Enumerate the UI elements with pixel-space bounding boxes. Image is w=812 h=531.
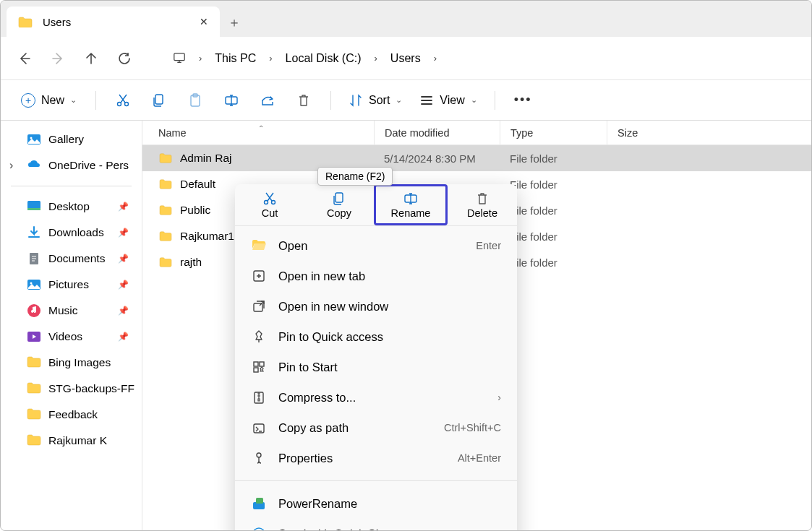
folder-icon [18,16,33,27]
menu-item-copy-path[interactable]: Copy as pathCtrl+Shift+C [235,413,517,443]
menu-item-pin-start[interactable]: Pin to Start [235,352,517,382]
powerrename-icon [251,496,267,511]
context-rename-button[interactable]: Rename [374,184,448,225]
folder-icon [27,407,41,422]
folder-icon [27,355,41,370]
sidebar-item[interactable]: OneDrive - Pers [1,152,142,178]
documents-icon [27,251,41,266]
sidebar: GalleryOneDrive - PersDesktop📌Downloads📌… [1,121,142,530]
address-bar[interactable]: › This PC › Local Disk (C:) › Users › [171,48,441,69]
up-button[interactable] [76,43,106,74]
rename-button[interactable] [216,85,247,116]
pin-icon: 📌 [118,202,129,212]
pin-icon: 📌 [118,254,129,264]
chevron-icon[interactable]: › [429,53,441,64]
copy-button[interactable] [144,85,174,116]
sidebar-item[interactable]: STG-backups-FF [1,376,142,402]
breadcrumb-segment[interactable]: This PC [209,48,262,69]
sidebar-item[interactable]: Feedback [1,402,142,428]
paste-button[interactable] [180,85,210,116]
delete-button[interactable] [289,85,319,116]
plus-icon: + [21,93,35,108]
chevron-icon[interactable]: › [370,53,382,64]
folder-icon [158,256,173,268]
chevron-down-icon: ⌄ [396,95,402,105]
sidebar-item[interactable]: Bing Images [1,350,142,376]
folder-icon [158,178,173,190]
menu-item-folder-open[interactable]: OpenEnter [235,230,517,261]
music-icon [27,303,41,318]
context-menu: CutCopyRenameDelete OpenEnterOpen in new… [235,184,517,531]
videos-icon [27,329,41,344]
context-copy-button[interactable]: Copy [304,184,374,225]
folder-icon [158,230,173,242]
context-cut-button[interactable]: Cut [235,184,304,225]
menu-item-compress[interactable]: Compress to...› [235,382,517,413]
sidebar-item[interactable]: Gallery [1,126,142,152]
sidebar-item[interactable]: Desktop📌 [1,194,142,220]
close-tab-button[interactable]: ✕ [200,16,208,27]
column-date[interactable]: Date modified [374,121,500,144]
menu-item-quickshare[interactable]: Send with Quick Share [235,519,517,531]
this-pc-icon [171,52,187,65]
toolbar: + New ⌄ Sort ⌄ View ⌄ ••• [1,80,811,121]
sidebar-item[interactable]: Rajkumar K [1,428,142,454]
desktop-icon [27,199,41,214]
gallery-icon [27,132,41,147]
onedrive-icon [27,158,41,173]
new-button[interactable]: + New ⌄ [14,89,84,112]
menu-item-properties[interactable]: PropertiesAlt+Enter [235,443,517,473]
new-tab-button[interactable]: ＋ [220,8,249,37]
file-row[interactable]: Admin Raj5/14/2024 8:30 PMFile folder [142,145,811,171]
tab-title: Users [43,16,200,28]
navbar: › This PC › Local Disk (C:) › Users › [1,37,811,80]
folder-icon [27,381,41,396]
quickshare-icon [251,526,267,531]
chevron-icon[interactable]: › [265,53,276,64]
column-type[interactable]: Type [500,121,607,144]
chevron-down-icon: ⌄ [471,95,477,105]
cut-button[interactable] [108,85,138,116]
sidebar-item[interactable]: Documents📌 [1,246,142,272]
more-button[interactable]: ••• [507,92,539,108]
sidebar-item[interactable]: Downloads📌 [1,220,142,246]
pin-start-icon [251,359,267,375]
sidebar-item[interactable]: Music📌 [1,298,142,324]
pin-icon: 📌 [118,280,129,290]
active-tab[interactable]: Users ✕ [7,7,220,37]
pin-icon: 📌 [118,332,129,342]
copy-path-icon [251,420,267,436]
properties-icon [251,450,267,466]
folder-open-icon [251,238,267,254]
refresh-button[interactable] [109,43,140,74]
sort-button[interactable]: Sort ⌄ [343,89,408,112]
rename-tooltip: Rename (F2) [317,167,393,186]
sidebar-item[interactable]: Pictures📌 [1,272,142,298]
breadcrumb-segment[interactable]: Local Disk (C:) [280,48,367,69]
back-button[interactable] [9,43,40,74]
compress-icon [251,389,267,405]
new-window-icon [251,298,267,314]
pictures-icon [27,277,41,292]
new-tab-icon [251,268,267,284]
pin-icon: 📌 [118,306,129,316]
breadcrumb-segment[interactable]: Users [385,48,427,69]
chevron-down-icon: ⌄ [70,95,77,105]
menu-item-pin[interactable]: Pin to Quick access [235,321,517,352]
menu-item-new-window[interactable]: Open in new window [235,291,517,321]
menu-item-powerrename[interactable]: PowerRename [235,488,517,519]
downloads-icon [27,225,41,240]
menu-item-new-tab[interactable]: Open in new tab [235,261,517,291]
chevron-icon[interactable]: › [195,53,206,64]
pin-icon [251,329,267,345]
view-button[interactable]: View ⌄ [414,89,482,112]
forward-button[interactable] [43,43,73,74]
folder-icon [158,204,173,216]
share-button[interactable] [252,85,283,116]
titlebar: Users ✕ ＋ [1,1,811,37]
sidebar-item[interactable]: Videos📌 [1,324,142,350]
column-name[interactable]: Name⌃ [142,127,374,139]
context-delete-button[interactable]: Delete [448,184,517,225]
column-headers: Name⌃ Date modified Type Size [142,121,811,145]
column-size[interactable]: Size [607,121,638,144]
